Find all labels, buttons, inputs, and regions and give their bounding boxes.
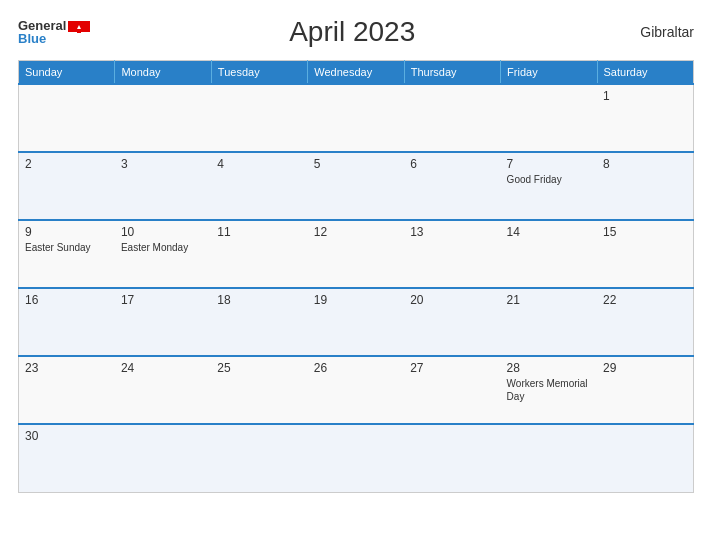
- calendar-cell: 16: [19, 288, 115, 356]
- day-number: 2: [25, 157, 109, 171]
- calendar-cell: 15: [597, 220, 693, 288]
- day-number: 29: [603, 361, 687, 375]
- day-number: 4: [217, 157, 301, 171]
- calendar-cell: 28Workers Memorial Day: [501, 356, 597, 424]
- day-number: 9: [25, 225, 109, 239]
- day-number: 22: [603, 293, 687, 307]
- day-number: 17: [121, 293, 205, 307]
- svg-rect-1: [68, 32, 90, 43]
- day-number: 19: [314, 293, 398, 307]
- calendar-cell: 2: [19, 152, 115, 220]
- calendar-cell: 10Easter Monday: [115, 220, 211, 288]
- day-number: 14: [507, 225, 591, 239]
- calendar-cell: 21: [501, 288, 597, 356]
- col-saturday: Saturday: [597, 61, 693, 85]
- logo: General Blue: [18, 19, 90, 45]
- calendar-week-row: 30: [19, 424, 694, 492]
- calendar-cell: 13: [404, 220, 500, 288]
- col-monday: Monday: [115, 61, 211, 85]
- day-number: 11: [217, 225, 301, 239]
- col-tuesday: Tuesday: [211, 61, 307, 85]
- calendar-cell: 22: [597, 288, 693, 356]
- calendar-cell: 8: [597, 152, 693, 220]
- day-number: 26: [314, 361, 398, 375]
- day-number: 28: [507, 361, 591, 375]
- calendar-event: Good Friday: [507, 174, 562, 185]
- day-number: 12: [314, 225, 398, 239]
- calendar-cell: 3: [115, 152, 211, 220]
- calendar-cell: 5: [308, 152, 404, 220]
- weekday-header-row: Sunday Monday Tuesday Wednesday Thursday…: [19, 61, 694, 85]
- day-number: 5: [314, 157, 398, 171]
- day-number: 6: [410, 157, 494, 171]
- day-number: 24: [121, 361, 205, 375]
- calendar-cell: 19: [308, 288, 404, 356]
- day-number: 8: [603, 157, 687, 171]
- day-number: 23: [25, 361, 109, 375]
- calendar-cell: 30: [19, 424, 115, 492]
- day-number: 10: [121, 225, 205, 239]
- calendar-cell: [501, 84, 597, 152]
- day-number: 25: [217, 361, 301, 375]
- calendar-cell: 11: [211, 220, 307, 288]
- day-number: 7: [507, 157, 591, 171]
- col-friday: Friday: [501, 61, 597, 85]
- page-header: General Blue April 2023 Gibraltar: [18, 16, 694, 48]
- calendar-cell: 17: [115, 288, 211, 356]
- calendar-week-row: 234567Good Friday8: [19, 152, 694, 220]
- calendar-cell: 25: [211, 356, 307, 424]
- calendar-cell: [115, 84, 211, 152]
- calendar-cell: 12: [308, 220, 404, 288]
- day-number: 18: [217, 293, 301, 307]
- calendar-cell: 26: [308, 356, 404, 424]
- page-title: April 2023: [90, 16, 614, 48]
- calendar-cell: 7Good Friday: [501, 152, 597, 220]
- calendar-cell: 29: [597, 356, 693, 424]
- day-number: 20: [410, 293, 494, 307]
- logo-text-blue: Blue: [18, 32, 66, 45]
- calendar-cell: [597, 424, 693, 492]
- svg-rect-3: [77, 29, 81, 33]
- calendar-cell: 1: [597, 84, 693, 152]
- calendar-week-row: 1: [19, 84, 694, 152]
- calendar-cell: 24: [115, 356, 211, 424]
- calendar-cell: 20: [404, 288, 500, 356]
- day-number: 15: [603, 225, 687, 239]
- day-number: 27: [410, 361, 494, 375]
- calendar-cell: [404, 84, 500, 152]
- calendar-event: Workers Memorial Day: [507, 378, 588, 402]
- day-number: 16: [25, 293, 109, 307]
- calendar-cell: 4: [211, 152, 307, 220]
- calendar-cell: [211, 84, 307, 152]
- calendar-cell: 27: [404, 356, 500, 424]
- calendar-table: Sunday Monday Tuesday Wednesday Thursday…: [18, 60, 694, 493]
- logo-flag-icon: [68, 21, 90, 43]
- calendar-cell: [308, 84, 404, 152]
- calendar-cell: 9Easter Sunday: [19, 220, 115, 288]
- calendar-cell: [501, 424, 597, 492]
- calendar-cell: [308, 424, 404, 492]
- calendar-event: Easter Monday: [121, 242, 188, 253]
- calendar-cell: [115, 424, 211, 492]
- calendar-cell: 6: [404, 152, 500, 220]
- calendar-cell: [19, 84, 115, 152]
- day-number: 13: [410, 225, 494, 239]
- calendar-week-row: 9Easter Sunday10Easter Monday1112131415: [19, 220, 694, 288]
- calendar-cell: [211, 424, 307, 492]
- col-thursday: Thursday: [404, 61, 500, 85]
- calendar-page: General Blue April 2023 Gibraltar Sunday…: [0, 0, 712, 550]
- day-number: 3: [121, 157, 205, 171]
- calendar-cell: [404, 424, 500, 492]
- region-label: Gibraltar: [614, 24, 694, 40]
- day-number: 21: [507, 293, 591, 307]
- col-sunday: Sunday: [19, 61, 115, 85]
- calendar-cell: 14: [501, 220, 597, 288]
- day-number: 1: [603, 89, 687, 103]
- col-wednesday: Wednesday: [308, 61, 404, 85]
- calendar-week-row: 232425262728Workers Memorial Day29: [19, 356, 694, 424]
- day-number: 30: [25, 429, 109, 443]
- calendar-cell: 23: [19, 356, 115, 424]
- calendar-cell: 18: [211, 288, 307, 356]
- calendar-event: Easter Sunday: [25, 242, 91, 253]
- calendar-week-row: 16171819202122: [19, 288, 694, 356]
